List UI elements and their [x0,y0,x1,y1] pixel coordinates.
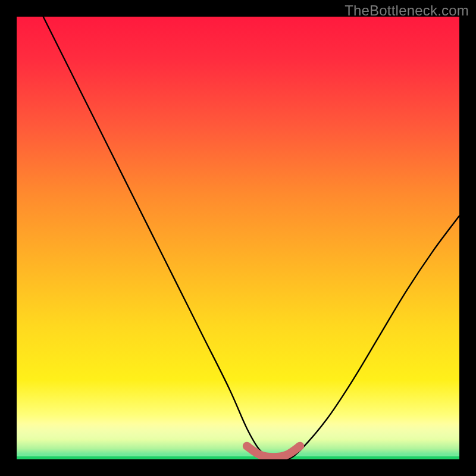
chart-frame: TheBottleneck.com [0,0,476,476]
optimal-range-marker-path [247,446,300,458]
plot-area [17,17,459,459]
bottleneck-curve-path [43,17,459,459]
curve-layer [17,17,459,459]
